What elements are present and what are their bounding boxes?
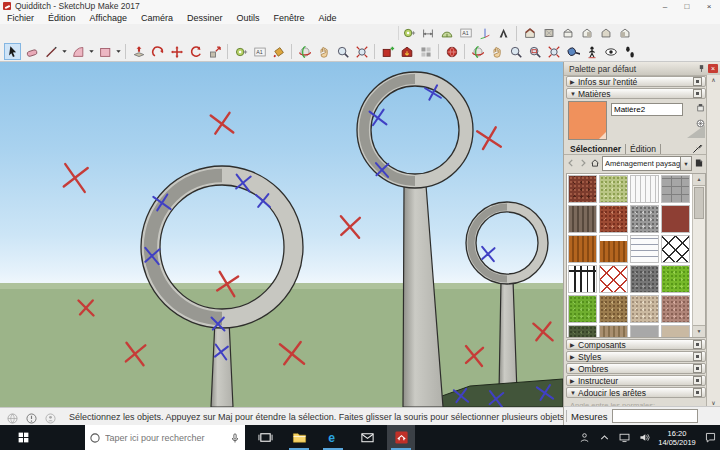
section-entity-info[interactable]: ▶ Infos sur l'entité — [566, 76, 706, 87]
material-swatch-gravier-brun[interactable] — [599, 295, 628, 323]
material-swatch-galets[interactable] — [630, 295, 659, 323]
speaker-icon[interactable] — [634, 425, 654, 450]
material-swatch-bois-orange[interactable] — [568, 235, 597, 263]
create-material-icon[interactable] — [695, 102, 706, 115]
material-swatch-granit[interactable] — [630, 205, 659, 233]
text-tool-button[interactable]: A1 — [457, 25, 474, 42]
menu-fichier[interactable]: Fichier — [0, 13, 41, 23]
start-button[interactable] — [0, 425, 46, 450]
walk-tool-button[interactable] — [621, 43, 638, 60]
material-swatch-pierre-sombre[interactable] — [630, 265, 659, 293]
pan-tool-button[interactable] — [488, 43, 505, 60]
zoom-previous-tool-button[interactable] — [564, 43, 581, 60]
material-swatch-gravier-rose[interactable] — [661, 295, 690, 323]
followme-tool-button[interactable] — [149, 43, 166, 60]
section-detach-icon[interactable] — [693, 364, 702, 373]
section-detach-icon[interactable] — [693, 77, 702, 86]
tool-flyout-arrow-icon[interactable] — [114, 44, 122, 60]
extension-warehouse-tool-button[interactable] — [417, 43, 434, 60]
3d-warehouse-tool-button[interactable] — [398, 43, 415, 60]
eyedropper-icon[interactable] — [690, 142, 704, 154]
material-swatch-gravier-rouge[interactable] — [599, 205, 628, 233]
view-top-tool-button[interactable] — [540, 25, 557, 42]
menu-dessiner[interactable]: Dessiner — [180, 13, 230, 23]
home-icon[interactable] — [590, 158, 600, 170]
forward-arrow-icon[interactable] — [578, 158, 588, 170]
line-tool-button[interactable] — [42, 43, 59, 60]
material-swatch-brique-rouge[interactable] — [661, 205, 690, 233]
section-detach-icon[interactable] — [693, 89, 702, 98]
section-detach-icon[interactable] — [693, 388, 702, 397]
menu-fenetre[interactable]: Fenêtre — [266, 13, 311, 23]
chevron-up-icon[interactable] — [594, 425, 614, 450]
section-detach-icon[interactable] — [693, 340, 702, 349]
material-swatch-cloture-metal[interactable] — [568, 265, 597, 293]
rectangle-tool-button[interactable] — [96, 43, 113, 60]
view-back-tool-button[interactable] — [597, 25, 614, 42]
material-swatch-treillis-rouge[interactable] — [599, 265, 628, 293]
section-materials[interactable]: ▼ Matières — [566, 88, 706, 99]
material-category-dropdown[interactable]: Aménagement paysager, Clô ▼ — [602, 156, 692, 171]
active-material-preview[interactable] — [568, 101, 607, 140]
view-right-tool-button[interactable] — [578, 25, 595, 42]
material-swatch-grillage[interactable] — [630, 235, 659, 263]
axes-tool-button[interactable] — [476, 25, 493, 42]
position-camera-tool-button[interactable] — [583, 43, 600, 60]
tape-measure-tool-button[interactable] — [232, 43, 249, 60]
rotate-tool-button[interactable] — [187, 43, 204, 60]
dimension-tool-button[interactable] — [419, 25, 436, 42]
tray-close-icon[interactable]: × — [708, 64, 718, 73]
menu-affichage[interactable]: Affichage — [83, 13, 134, 23]
tool-flyout-arrow-icon[interactable] — [60, 44, 68, 60]
material-swatch-sable[interactable] — [661, 325, 690, 338]
minimize-button[interactable]: – — [654, 2, 676, 11]
orbit-tool-button[interactable] — [296, 43, 313, 60]
tab-selectionner[interactable]: Sélectionner — [566, 144, 626, 154]
details-icon[interactable] — [694, 158, 704, 170]
pin-icon[interactable] — [697, 64, 706, 73]
section-detach-icon[interactable] — [693, 352, 702, 361]
view-left-tool-button[interactable] — [616, 25, 633, 42]
pan-tool-button[interactable] — [315, 43, 332, 60]
search-input[interactable] — [101, 433, 229, 443]
material-swatch-cloture-blanche[interactable] — [630, 175, 659, 203]
add-location-tool-button[interactable] — [443, 43, 460, 60]
scroll-thumb[interactable] — [694, 187, 704, 219]
taskbar-app-sketchup[interactable] — [387, 425, 415, 450]
section-styles[interactable]: ▶ Styles — [566, 351, 706, 362]
text-tool-button[interactable]: A1 — [251, 43, 268, 60]
pushpull-tool-button[interactable] — [130, 43, 147, 60]
menu-aide[interactable]: Aide — [312, 13, 344, 23]
panel-scroll-up-icon[interactable]: ∧ — [707, 76, 720, 83]
tray-header[interactable]: Palette par défaut × — [564, 62, 720, 76]
arc-tool-button[interactable] — [69, 43, 86, 60]
back-arrow-icon[interactable] — [566, 158, 576, 170]
material-swatch-herbe-vive[interactable] — [661, 265, 690, 293]
section-ombres[interactable]: ▶ Ombres — [566, 363, 706, 374]
taskbar-search[interactable] — [85, 425, 245, 450]
scroll-up-icon[interactable]: ▲ — [693, 174, 705, 186]
section-composants[interactable]: ▶ Composants — [566, 339, 706, 350]
section-instructeur[interactable]: ▶ Instructeur — [566, 375, 706, 386]
view-iso-tool-button[interactable] — [521, 25, 538, 42]
measurements-input[interactable] — [612, 409, 698, 423]
geolocation-status-icon[interactable] — [6, 411, 19, 424]
zoom-tool-button[interactable] — [507, 43, 524, 60]
scroll-down-icon[interactable]: ▼ — [693, 325, 705, 337]
maximize-button[interactable]: □ — [676, 2, 698, 11]
material-swatch-herbe[interactable] — [568, 295, 597, 323]
material-swatch-bois-clair[interactable] — [599, 325, 628, 338]
make-component-tool-button[interactable] — [379, 43, 396, 60]
zoom-window-tool-button[interactable] — [526, 43, 543, 60]
materials-scrollbar[interactable]: ▲ ▼ — [692, 174, 705, 337]
material-swatch-cloture-bois[interactable] — [599, 235, 628, 263]
look-around-tool-button[interactable] — [602, 43, 619, 60]
taskbar-app-task-view[interactable] — [251, 425, 279, 450]
material-swatch-buissons[interactable] — [568, 325, 597, 338]
menu-edition[interactable]: Édition — [41, 13, 83, 23]
menu-camera[interactable]: Caméra — [134, 13, 180, 23]
taskbar-app-mail[interactable] — [353, 425, 381, 450]
select-tool-button[interactable] — [4, 43, 21, 60]
3d-viewport[interactable] — [0, 62, 563, 407]
scale-tool-button[interactable] — [206, 43, 223, 60]
